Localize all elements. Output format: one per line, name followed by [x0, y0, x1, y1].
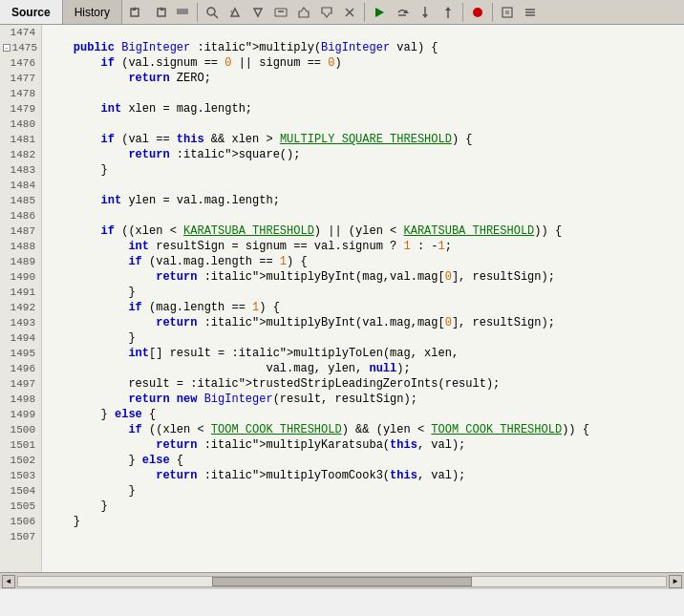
line-number-1480: 1480	[0, 117, 41, 132]
line-number-1507: 1507	[0, 529, 41, 544]
sep-3	[462, 3, 463, 22]
line-number-1503: 1503	[0, 468, 41, 483]
toolbar-btn-bookmark-prev[interactable]	[316, 2, 337, 23]
line-number-1506: 1506	[0, 514, 41, 529]
code-line-1496: val.mag, ylen, null);	[46, 361, 680, 376]
line-number-1490: 1490	[0, 269, 41, 285]
svg-marker-13	[299, 8, 309, 17]
code-line-1487: if ((xlen < KARATSUBA_THRESHOLD) || (yle…	[46, 223, 680, 239]
svg-marker-17	[375, 8, 384, 17]
line-number-1475: -1475	[0, 40, 41, 55]
fold-icon[interactable]: -	[3, 44, 11, 52]
sep-2	[364, 3, 365, 22]
line-number-1500: 1500	[0, 422, 41, 437]
line-number-1501: 1501	[0, 437, 41, 453]
code-line-1483: }	[46, 162, 680, 178]
code-line-1482: return :italic">square();	[46, 147, 680, 162]
horizontal-scrollbar[interactable]: ◄ ►	[0, 572, 684, 589]
code-line-1504: }	[46, 483, 680, 499]
svg-line-7	[214, 14, 218, 18]
svg-marker-10	[254, 9, 262, 16]
code-line-1475: public BigInteger :italic">multiply(BigI…	[46, 40, 680, 55]
scroll-right-btn[interactable]: ►	[669, 575, 682, 588]
toolbar-btn-run[interactable]	[369, 2, 390, 23]
line-number-1492: 1492	[0, 300, 41, 315]
toolbar-btn-bookmark-next[interactable]	[293, 2, 314, 23]
line-number-1487: 1487	[0, 223, 41, 239]
line-number-1494: 1494	[0, 330, 41, 346]
toolbar-btn-search[interactable]	[202, 2, 223, 23]
toolbar-btn-step-into[interactable]	[415, 2, 436, 23]
line-number-1496: 1496	[0, 361, 41, 376]
line-numbers: 1474-14751476147714781479148014811482148…	[0, 25, 42, 572]
line-number-1483: 1483	[0, 162, 41, 178]
toolbar-btn-prev[interactable]	[224, 2, 246, 23]
code-line-1489: if (val.mag.length == 1) {	[46, 254, 680, 269]
code-line-1502: } else {	[46, 453, 680, 468]
code-line-1486	[46, 208, 680, 223]
line-number-1485: 1485	[0, 193, 41, 208]
line-number-1493: 1493	[0, 315, 41, 330]
sep-1	[197, 3, 198, 22]
code-line-1500: if ((xlen < TOOM_COOK_THRESHOLD) && (yle…	[46, 422, 680, 437]
tab-source[interactable]: Source	[0, 0, 63, 24]
code-line-1507	[46, 529, 680, 544]
code-line-1490: return :italic">multiplyByInt(mag,val.ma…	[46, 269, 680, 285]
scroll-left-btn[interactable]: ◄	[2, 575, 15, 588]
code-line-1492: if (mag.length == 1) {	[46, 300, 680, 315]
line-number-1476: 1476	[0, 55, 41, 71]
code-line-1503: return :italic">multiplyToomCook3(this, …	[46, 468, 680, 483]
code-container: 1474-14751476147714781479148014811482148…	[0, 25, 684, 572]
code-line-1478	[46, 86, 680, 101]
toolbar-btn-breakpoint[interactable]	[467, 2, 488, 23]
toolbar-btn-next[interactable]	[247, 2, 268, 23]
line-number-1479: 1479	[0, 101, 41, 117]
svg-rect-25	[502, 8, 512, 17]
toolbar-btn-navigate-back[interactable]	[126, 2, 147, 23]
svg-marker-14	[322, 8, 331, 17]
code-line-1498: return new BigInteger(result, resultSign…	[46, 392, 680, 407]
line-number-1489: 1489	[0, 254, 41, 269]
toolbar-btn-toggle[interactable]	[270, 2, 291, 23]
svg-rect-5	[182, 9, 188, 14]
line-number-1474: 1474	[0, 25, 41, 40]
code-line-1495: int[] result = :italic">multiplyToLen(ma…	[46, 346, 680, 361]
code-line-1484	[46, 178, 680, 193]
toolbar-btn-watch2[interactable]	[520, 2, 541, 23]
toolbar-btn-watch1[interactable]	[497, 2, 518, 23]
code-line-1479: int xlen = mag.length;	[46, 101, 680, 117]
svg-marker-11	[275, 9, 287, 16]
svg-marker-21	[422, 14, 428, 18]
line-number-1481: 1481	[0, 132, 41, 147]
line-number-1482: 1482	[0, 147, 41, 162]
toolbar-btn-step-over[interactable]	[392, 2, 413, 23]
line-number-1498: 1498	[0, 392, 41, 407]
toolbar-btn-refresh[interactable]	[172, 2, 193, 23]
scroll-thumb[interactable]	[212, 577, 471, 586]
line-number-1491: 1491	[0, 285, 41, 300]
line-number-1497: 1497	[0, 376, 41, 392]
svg-point-6	[207, 8, 215, 15]
code-line-1491: }	[46, 285, 680, 300]
code-area[interactable]: public BigInteger :italic">multiply(BigI…	[42, 25, 684, 572]
line-number-1488: 1488	[0, 239, 41, 254]
line-number-1486: 1486	[0, 208, 41, 223]
line-number-1505: 1505	[0, 499, 41, 514]
tab-history[interactable]: History	[63, 0, 122, 24]
line-number-1478: 1478	[0, 86, 41, 101]
toolbar-btn-navigate-fwd[interactable]	[149, 2, 170, 23]
code-line-1488: int resultSign = signum == val.signum ? …	[46, 239, 680, 254]
code-line-1481: if (val == this && xlen > MULTIPLY_SQUAR…	[46, 132, 680, 147]
tab-bar: Source History	[0, 0, 684, 25]
line-number-1495: 1495	[0, 346, 41, 361]
toolbar-btn-bookmark-clear[interactable]	[339, 2, 360, 23]
toolbar-btn-step-out[interactable]	[438, 2, 459, 23]
line-number-1484: 1484	[0, 178, 41, 193]
scroll-track[interactable]	[17, 576, 667, 587]
line-number-1477: 1477	[0, 71, 41, 86]
svg-rect-4	[177, 9, 182, 14]
code-line-1474	[46, 25, 680, 40]
code-line-1499: } else {	[46, 407, 680, 422]
line-number-1504: 1504	[0, 483, 41, 499]
svg-marker-23	[445, 7, 451, 11]
